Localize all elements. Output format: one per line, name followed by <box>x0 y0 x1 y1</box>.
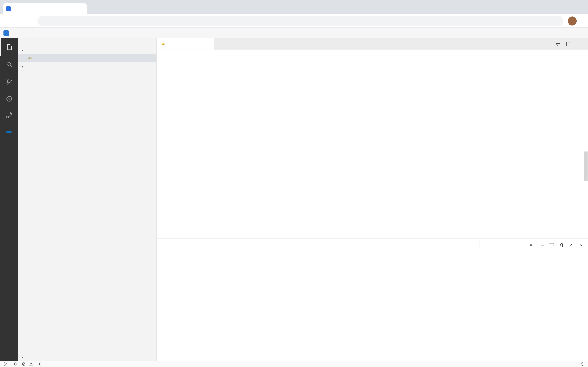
error-icon <box>22 362 26 366</box>
debug-disabled-icon[interactable] <box>0 90 18 107</box>
scrollbar-thumb[interactable] <box>584 151 588 181</box>
sync-indicator[interactable] <box>14 362 18 366</box>
favicon <box>6 6 11 11</box>
browser-tab[interactable] <box>3 3 87 14</box>
terminal-select[interactable] <box>480 241 535 249</box>
bell-icon[interactable] <box>580 362 584 366</box>
new-tab-button[interactable] <box>89 3 99 12</box>
extensions-icon[interactable] <box>0 107 18 125</box>
bottom-panel: + × <box>157 238 588 361</box>
split-editor-icon[interactable] <box>566 42 571 46</box>
warning-icon <box>29 362 33 366</box>
js-file-icon: JS <box>27 56 33 60</box>
kill-terminal-icon[interactable] <box>559 242 564 247</box>
search-icon[interactable] <box>0 56 18 73</box>
status-bar <box>0 361 588 367</box>
workspace-header[interactable]: ▾ <box>18 62 156 70</box>
panel-header: + × <box>157 239 588 251</box>
close-panel-icon[interactable]: × <box>580 242 583 248</box>
git-branch-icon <box>4 362 8 366</box>
code-area[interactable] <box>157 50 539 238</box>
editor-actions: ⇄ ⋯ <box>556 38 588 50</box>
back-icon[interactable] <box>3 16 14 26</box>
browser-toolbar <box>0 14 588 28</box>
terminal[interactable] <box>157 251 588 361</box>
explorer-sidebar: ▾ JS ▾ ▸ <box>18 38 157 361</box>
editor-area: JS ⇄ ⋯ <box>157 38 588 361</box>
editor-scrollbar[interactable] <box>584 50 588 238</box>
minimap[interactable] <box>539 50 584 238</box>
chevron-right-icon: ▸ <box>19 355 25 359</box>
sync-icon <box>14 362 18 366</box>
menubar <box>0 28 588 38</box>
file-tree <box>18 70 156 353</box>
outline-header[interactable]: ▸ <box>18 353 156 361</box>
forward-icon[interactable] <box>14 16 24 26</box>
select-caret-icon <box>530 243 532 247</box>
branch-indicator[interactable] <box>4 362 9 366</box>
panel-actions: + × <box>480 241 583 249</box>
editor-tabbar: JS ⇄ ⋯ <box>157 38 588 50</box>
split-terminal-icon[interactable] <box>549 243 554 247</box>
toggle-changes-icon[interactable]: ⇄ <box>556 41 560 47</box>
more-actions-icon[interactable]: ⋯ <box>577 41 582 47</box>
open-editor-item[interactable]: JS <box>18 54 156 62</box>
app-logo[interactable] <box>3 30 9 36</box>
chevron-down-icon: ▾ <box>19 48 25 52</box>
chevron-down-icon: ▾ <box>19 64 25 68</box>
spinner-icon <box>39 362 43 366</box>
reload-icon[interactable] <box>24 16 34 26</box>
status-right <box>550 362 584 366</box>
language-status[interactable] <box>39 362 44 366</box>
address-bar[interactable] <box>37 16 563 26</box>
code-editor[interactable] <box>157 50 588 238</box>
editor-tab-bootstrap-fork[interactable]: JS <box>157 38 215 50</box>
explorer-icon[interactable] <box>0 38 18 56</box>
sidebar-title <box>18 38 156 46</box>
browser-tabstrip <box>0 0 588 14</box>
maximize-panel-icon[interactable] <box>569 242 574 247</box>
screen: ▾ JS ▾ ▸ JS <box>0 0 588 367</box>
open-editors-header[interactable]: ▾ <box>18 46 156 54</box>
js-file-icon: JS <box>160 42 166 46</box>
telemetry-off-badge[interactable] <box>6 131 12 133</box>
activity-bar <box>0 38 18 361</box>
avatar[interactable] <box>568 16 577 25</box>
source-control-icon[interactable] <box>0 73 18 90</box>
new-terminal-icon[interactable]: + <box>541 242 544 248</box>
problems-indicator[interactable] <box>22 362 34 366</box>
